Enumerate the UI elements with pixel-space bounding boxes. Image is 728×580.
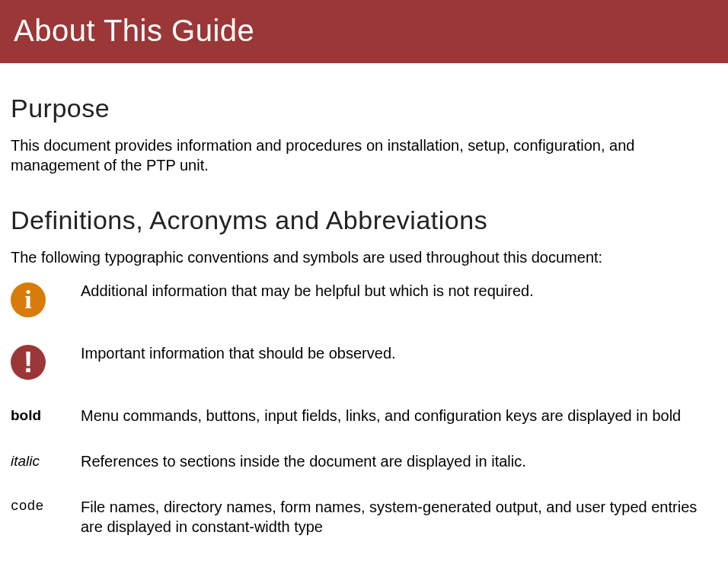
convention-desc: Additional information that may be helpf… (81, 281, 717, 301)
convention-row: ! Important information that should be o… (11, 343, 717, 380)
convention-desc: Important information that should be obs… (81, 343, 717, 363)
purpose-text: This document provides information and p… (11, 135, 717, 175)
page-banner: About This Guide (0, 0, 728, 63)
convention-row: bold Menu commands, buttons, input field… (11, 406, 717, 425)
italic-label: italic (11, 451, 81, 470)
bold-label: bold (11, 406, 81, 424)
info-icon: i (11, 282, 46, 317)
convention-desc: File names, directory names, form names,… (81, 497, 717, 537)
heading-definitions: Definitions, Acronyms and Abbreviations (11, 206, 717, 235)
important-icon: ! (11, 345, 46, 380)
page-content: Purpose This document provides informati… (0, 94, 728, 537)
heading-purpose: Purpose (11, 94, 717, 123)
conventions-table: i Additional information that may be hel… (11, 281, 717, 537)
code-label: code (11, 497, 81, 514)
convention-desc: References to sections inside the docume… (81, 451, 717, 471)
convention-desc: Menu commands, buttons, input fields, li… (81, 406, 717, 425)
definitions-intro: The following typographic conventions an… (11, 247, 717, 267)
convention-row: i Additional information that may be hel… (11, 281, 717, 317)
convention-row: code File names, directory names, form n… (11, 497, 717, 537)
important-icon-cell: ! (11, 343, 81, 380)
info-icon-cell: i (11, 281, 81, 317)
page-title: About This Guide (14, 14, 714, 48)
convention-row: italic References to sections inside the… (11, 451, 717, 471)
